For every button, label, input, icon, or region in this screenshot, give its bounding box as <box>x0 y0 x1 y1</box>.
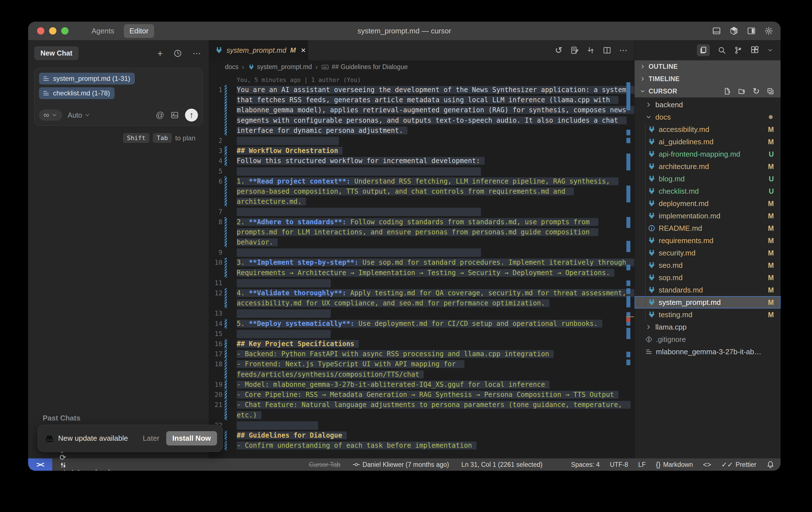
editor-line[interactable]: 15 <box>209 329 634 339</box>
tree-item-backend[interactable]: backend <box>635 98 781 111</box>
tree-item-checklist-md[interactable]: checklist.mdU <box>635 185 781 197</box>
section-outline[interactable]: OUTLINE <box>635 60 781 73</box>
more-actions-icon[interactable]: ⋯ <box>193 49 202 58</box>
explorer-view-button[interactable] <box>697 44 710 56</box>
tree-item-seo-md[interactable]: seo.mdM <box>635 259 781 271</box>
chat-input-card[interactable]: system_prompt.md (1-31)checklist.md (1-7… <box>34 68 203 126</box>
timeline-history-icon[interactable]: ↺ <box>555 46 562 55</box>
status-item-launchpad[interactable]: Launchpad <box>60 469 110 471</box>
status-item-encoding[interactable]: UTF-8 <box>610 461 628 469</box>
editor-line[interactable]: 145. **Deploy systematically**: Use depl… <box>209 319 634 329</box>
cube-icon[interactable] <box>729 26 738 35</box>
section-timeline[interactable]: TIMELINE <box>635 73 781 85</box>
editor-line[interactable]: 3## Workflow Orchestration <box>209 146 634 156</box>
tree-item--gitignore[interactable]: .gitignore <box>635 333 781 345</box>
tree-item-security-md[interactable]: security.mdM <box>635 247 781 259</box>
remote-indicator[interactable]: >< <box>28 458 52 471</box>
new-file-icon[interactable] <box>723 87 731 95</box>
refresh-icon[interactable]: ↻ <box>752 87 760 95</box>
mention-icon[interactable]: @ <box>156 111 164 119</box>
editor-line[interactable]: 9 <box>209 247 634 258</box>
open-preview-icon[interactable] <box>570 46 579 55</box>
editor-line[interactable]: 23## Guidelines for Dialogue <box>209 430 634 441</box>
tree-item-requirements-md[interactable]: requirements.mdM <box>635 234 781 247</box>
gear-icon[interactable] <box>764 26 773 35</box>
status-item-git-sync[interactable]: ⟳ <box>60 454 110 461</box>
editor-line[interactable]: 21- Chat Feature: Natural language adjus… <box>209 400 634 420</box>
status-item-prettier[interactable]: ✓✓Prettier <box>721 461 756 469</box>
editor-line[interactable]: 24- Confirm understanding of each task b… <box>209 441 634 451</box>
status-item-cursor-tab[interactable]: Cursor Tab <box>309 461 340 469</box>
editor-line[interactable]: 13 <box>209 308 634 318</box>
editor-line[interactable]: 4Follow this structured workflow for inc… <box>209 156 634 166</box>
breadcrumb-item[interactable]: docs <box>225 63 239 71</box>
model-selector[interactable]: Auto <box>68 111 90 119</box>
open-changes-icon[interactable] <box>586 46 595 55</box>
tab-agents[interactable]: Agents <box>86 24 120 38</box>
source-control-icon[interactable] <box>734 46 743 55</box>
editor-line[interactable]: 82. **Adhere to standards**: Follow codi… <box>209 217 634 248</box>
chevron-down-icon[interactable] <box>767 47 773 53</box>
later-button[interactable]: Later <box>143 434 159 443</box>
tree-item-llama-cpp[interactable]: llama.cpp <box>635 321 781 333</box>
zoom-window-button[interactable] <box>61 27 68 34</box>
breadcrumb-item[interactable]: system_prompt.md <box>248 63 312 71</box>
tree-item-docs[interactable]: docs <box>635 111 781 123</box>
minimize-window-button[interactable] <box>49 27 56 34</box>
tree-item-mlabonne-gemma-3-27b-it-abliter-[interactable]: mlabonne_gemma-3-27b-it-abliter… <box>635 345 781 358</box>
context-limit-selector[interactable]: ∞ <box>39 110 62 121</box>
new-folder-icon[interactable] <box>738 87 746 95</box>
install-now-button[interactable]: Install Now <box>166 431 217 446</box>
tree-item-architecture-md[interactable]: architecture.mdM <box>635 160 781 173</box>
status-item-notifications-bell[interactable] <box>766 461 774 469</box>
toggle-secondary-sidebar-icon[interactable] <box>747 26 756 35</box>
tree-item-testing-md[interactable]: testing.mdM <box>635 308 781 321</box>
tree-item-deployment-md[interactable]: deployment.mdM <box>635 197 781 210</box>
add-chat-icon[interactable]: + <box>157 49 163 58</box>
editor-line[interactable]: 5 <box>209 166 634 176</box>
status-item-tune[interactable] <box>60 461 110 469</box>
section-cursor[interactable]: CURSOR ↻ <box>635 85 781 97</box>
breadcrumb[interactable]: docs›system_prompt.md›abc## Guidelines f… <box>209 60 634 73</box>
context-chip[interactable]: system_prompt.md (1-31) <box>39 73 135 85</box>
tree-item-api-frontend-mapping-md[interactable]: api-frontend-mapping.mdU <box>635 148 781 160</box>
tree-item-implementation-md[interactable]: implementation.mdM <box>635 210 781 222</box>
attach-image-icon[interactable] <box>170 111 179 119</box>
tree-item-system-prompt-md[interactable]: system_prompt.mdM <box>635 296 781 308</box>
editor-line[interactable]: 20- Core Pipeline: RSS → Metadata Genera… <box>209 390 634 400</box>
status-item-cursor-position[interactable]: Ln 31, Col 1 (2261 selected) <box>461 461 543 469</box>
tree-item-readme-md[interactable]: README.mdM <box>635 222 781 234</box>
search-icon[interactable] <box>718 46 726 55</box>
new-chat-button[interactable]: New Chat <box>34 46 79 60</box>
tree-item-blog-md[interactable]: blog.mdU <box>635 173 781 185</box>
past-chats-label[interactable]: Past Chats <box>43 414 80 422</box>
editor-line[interactable]: 61. **Read project context**: Understand… <box>209 176 634 207</box>
editor-content[interactable]: You, 5 minutes ago | 1 author (You)1You … <box>209 73 634 458</box>
editor-line[interactable]: 22 <box>209 420 634 430</box>
editor-line[interactable]: 2 <box>209 135 634 146</box>
split-editor-icon[interactable] <box>603 46 611 55</box>
context-chip[interactable]: checklist.md (1-78) <box>39 87 115 99</box>
editor-line[interactable]: 19- Model: mlabonne_gemma-3-27b-it-ablit… <box>209 380 634 390</box>
toggle-panel-icon[interactable] <box>712 26 721 35</box>
breadcrumb-item[interactable]: abc## Guidelines for Dialogue <box>321 63 408 71</box>
collapse-all-icon[interactable] <box>766 87 774 95</box>
status-item-indentation[interactable]: Spaces: 4 <box>571 461 600 469</box>
tree-item-accessibility-md[interactable]: accessibility.mdM <box>635 123 781 135</box>
tree-item-sop-md[interactable]: sop.mdM <box>635 271 781 284</box>
tree-item-standards-md[interactable]: standards.mdM <box>635 284 781 296</box>
status-item-eol[interactable]: LF <box>638 461 646 469</box>
tab-editor[interactable]: Editor <box>124 24 154 38</box>
editor-line[interactable]: 11 <box>209 278 634 288</box>
editor-line[interactable]: 16## Key Project Specifications <box>209 339 634 349</box>
tree-item-ai-guidelines-md[interactable]: ai_guidelines.mdM <box>635 135 781 148</box>
editor-line[interactable]: 124. **Validate thoroughly**: Apply test… <box>209 288 634 308</box>
history-icon[interactable] <box>174 49 182 58</box>
status-item-language-mode[interactable]: {}Markdown <box>656 461 693 469</box>
editor-line[interactable]: 17- Backend: Python FastAPI with async R… <box>209 349 634 359</box>
status-item-editor-language-status[interactable]: <> <box>703 461 711 468</box>
close-tab-icon[interactable]: × <box>301 46 306 55</box>
editor-line[interactable]: 103. **Implement step-by-step**: Use sop… <box>209 258 634 278</box>
editor-tab-system-prompt[interactable]: system_prompt.md M × <box>209 40 308 60</box>
more-actions-icon[interactable]: ⋯ <box>619 46 628 55</box>
